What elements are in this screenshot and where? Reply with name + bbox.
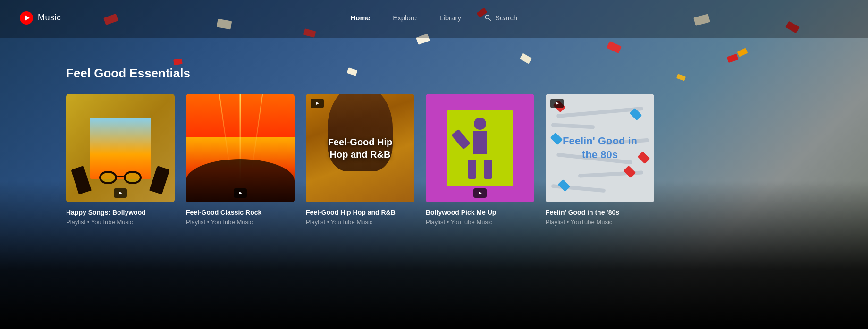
nav-library[interactable]: Library	[439, 14, 461, 22]
svg-marker-6	[479, 192, 482, 194]
playlist-item-hiphop[interactable]: Feel-Good Hip Hop and R&B Feel-Good Hip …	[306, 94, 414, 226]
playlist-item-classic-rock[interactable]: Feel-Good Classic Rock Playlist • YouTub…	[186, 94, 295, 226]
playlist-grid: Happy Songs: Bollywood Playlist • YouTub…	[66, 94, 802, 226]
thumb5-text-overlay: Feelin' Good in the 80s	[562, 135, 638, 161]
yt-badge-3	[311, 99, 324, 108]
nav-home[interactable]: Home	[351, 14, 371, 22]
svg-marker-4	[239, 192, 242, 194]
playlist-thumb-3: Feel-Good Hip Hop and R&B	[306, 94, 414, 202]
hand-left-decor	[71, 166, 92, 194]
svg-marker-5	[316, 102, 319, 105]
app-name: Music	[38, 13, 61, 23]
thumb3-text-overlay: Feel-Good Hip Hop and R&B	[318, 136, 403, 160]
playlist-meta-1: Playlist • YouTube Music	[66, 219, 175, 226]
thumb1-inner-art	[90, 118, 151, 179]
yt-badge-5	[550, 99, 564, 108]
playlist-item-bollywood-pickmeup[interactable]: Bollywood Pick Me Up Playlist • YouTube …	[426, 94, 534, 226]
nav-links: Home Explore Library Search	[351, 14, 518, 22]
svg-marker-7	[556, 102, 559, 105]
playlist-meta-3: Playlist • YouTube Music	[306, 219, 414, 226]
playlist-thumb-4	[426, 94, 534, 202]
playlist-meta-2: Playlist • YouTube Music	[186, 219, 295, 226]
nav-explore[interactable]: Explore	[393, 14, 417, 22]
figure-container	[447, 110, 513, 186]
playlist-name-1: Happy Songs: Bollywood	[66, 208, 175, 217]
yt-badge-4	[473, 188, 487, 198]
playlist-item-happy-bollywood[interactable]: Happy Songs: Bollywood Playlist • YouTub…	[66, 94, 175, 226]
nav-search[interactable]: Search	[484, 14, 518, 22]
navigation: Music Home Explore Library Search	[0, 0, 868, 35]
youtube-music-logo-icon	[19, 10, 34, 25]
playlist-thumb-1	[66, 94, 175, 202]
playlist-meta-4: Playlist • YouTube Music	[426, 219, 534, 226]
yt-badge-1	[114, 188, 127, 198]
yt-badge-2	[234, 188, 247, 198]
playlist-thumb-2	[186, 94, 295, 202]
playlist-name-5: Feelin' Good in the '80s	[546, 208, 654, 217]
main-content: Feel Good Essentials Happy Songs: Bollyw	[0, 66, 868, 226]
logo[interactable]: Music	[19, 10, 61, 25]
playlist-name-4: Bollywood Pick Me Up	[426, 208, 534, 217]
playlist-item-80s[interactable]: Feelin' Good in the 80s Feelin' Good in …	[546, 94, 654, 226]
figure-silhouette	[466, 118, 494, 179]
sunglasses-decor	[99, 171, 142, 186]
thumb4-inner-art	[447, 110, 513, 186]
hand-right-decor	[149, 166, 170, 194]
playlist-name-2: Feel-Good Classic Rock	[186, 208, 295, 217]
playlist-thumb-5: Feelin' Good in the 80s	[546, 94, 654, 202]
playlist-meta-5: Playlist • YouTube Music	[546, 219, 654, 226]
playlist-name-3: Feel-Good Hip Hop and R&B	[306, 208, 414, 217]
search-icon	[484, 14, 492, 22]
section-title: Feel Good Essentials	[66, 66, 802, 81]
